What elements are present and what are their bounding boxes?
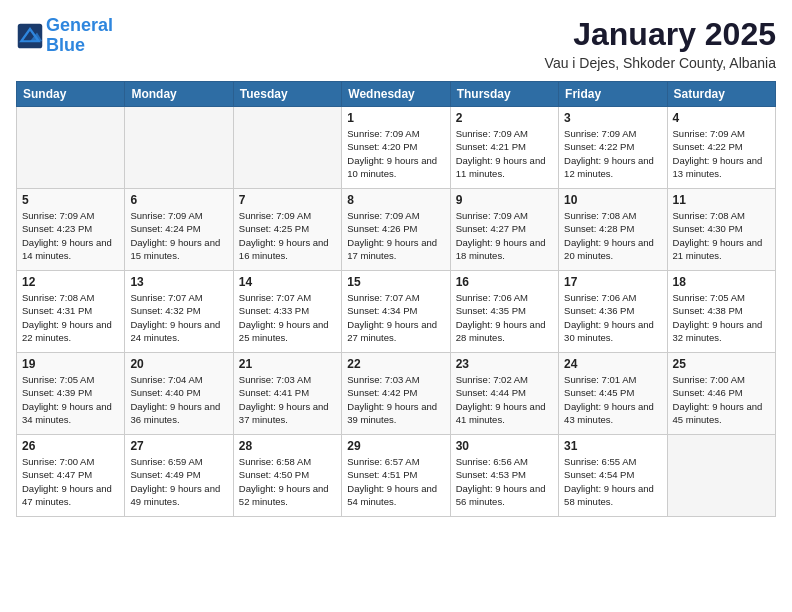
calendar-week-row: 26Sunrise: 7:00 AMSunset: 4:47 PMDayligh… <box>17 435 776 517</box>
calendar-day-cell: 24Sunrise: 7:01 AMSunset: 4:45 PMDayligh… <box>559 353 667 435</box>
calendar-day-cell: 17Sunrise: 7:06 AMSunset: 4:36 PMDayligh… <box>559 271 667 353</box>
day-info: Sunrise: 6:55 AMSunset: 4:54 PMDaylight:… <box>564 455 661 508</box>
logo-line2: Blue <box>46 35 85 55</box>
calendar-day-cell: 20Sunrise: 7:04 AMSunset: 4:40 PMDayligh… <box>125 353 233 435</box>
calendar-table: SundayMondayTuesdayWednesdayThursdayFrid… <box>16 81 776 517</box>
calendar-day-cell: 13Sunrise: 7:07 AMSunset: 4:32 PMDayligh… <box>125 271 233 353</box>
day-number: 7 <box>239 193 336 207</box>
day-number: 9 <box>456 193 553 207</box>
day-info: Sunrise: 7:09 AMSunset: 4:24 PMDaylight:… <box>130 209 227 262</box>
day-info: Sunrise: 7:00 AMSunset: 4:47 PMDaylight:… <box>22 455 119 508</box>
day-info: Sunrise: 7:09 AMSunset: 4:27 PMDaylight:… <box>456 209 553 262</box>
day-number: 25 <box>673 357 770 371</box>
calendar-week-row: 19Sunrise: 7:05 AMSunset: 4:39 PMDayligh… <box>17 353 776 435</box>
calendar-week-row: 5Sunrise: 7:09 AMSunset: 4:23 PMDaylight… <box>17 189 776 271</box>
calendar-day-cell <box>125 107 233 189</box>
weekday-header-wednesday: Wednesday <box>342 82 450 107</box>
calendar-day-cell: 23Sunrise: 7:02 AMSunset: 4:44 PMDayligh… <box>450 353 558 435</box>
day-number: 12 <box>22 275 119 289</box>
calendar-day-cell: 19Sunrise: 7:05 AMSunset: 4:39 PMDayligh… <box>17 353 125 435</box>
day-info: Sunrise: 7:00 AMSunset: 4:46 PMDaylight:… <box>673 373 770 426</box>
calendar-day-cell: 11Sunrise: 7:08 AMSunset: 4:30 PMDayligh… <box>667 189 775 271</box>
calendar-day-cell: 2Sunrise: 7:09 AMSunset: 4:21 PMDaylight… <box>450 107 558 189</box>
day-info: Sunrise: 6:58 AMSunset: 4:50 PMDaylight:… <box>239 455 336 508</box>
day-number: 18 <box>673 275 770 289</box>
calendar-day-cell: 12Sunrise: 7:08 AMSunset: 4:31 PMDayligh… <box>17 271 125 353</box>
title-block: January 2025 Vau i Dejes, Shkoder County… <box>545 16 776 71</box>
day-number: 8 <box>347 193 444 207</box>
weekday-header-thursday: Thursday <box>450 82 558 107</box>
day-info: Sunrise: 7:01 AMSunset: 4:45 PMDaylight:… <box>564 373 661 426</box>
page-header: General Blue January 2025 Vau i Dejes, S… <box>16 16 776 71</box>
calendar-week-row: 1Sunrise: 7:09 AMSunset: 4:20 PMDaylight… <box>17 107 776 189</box>
day-number: 28 <box>239 439 336 453</box>
day-number: 22 <box>347 357 444 371</box>
day-info: Sunrise: 7:07 AMSunset: 4:32 PMDaylight:… <box>130 291 227 344</box>
day-number: 15 <box>347 275 444 289</box>
calendar-day-cell: 31Sunrise: 6:55 AMSunset: 4:54 PMDayligh… <box>559 435 667 517</box>
day-number: 24 <box>564 357 661 371</box>
day-number: 29 <box>347 439 444 453</box>
calendar-day-cell: 6Sunrise: 7:09 AMSunset: 4:24 PMDaylight… <box>125 189 233 271</box>
weekday-header-saturday: Saturday <box>667 82 775 107</box>
day-info: Sunrise: 7:07 AMSunset: 4:34 PMDaylight:… <box>347 291 444 344</box>
day-number: 19 <box>22 357 119 371</box>
logo-text: General Blue <box>46 16 113 56</box>
calendar-day-cell: 28Sunrise: 6:58 AMSunset: 4:50 PMDayligh… <box>233 435 341 517</box>
day-info: Sunrise: 7:09 AMSunset: 4:22 PMDaylight:… <box>673 127 770 180</box>
day-number: 20 <box>130 357 227 371</box>
day-info: Sunrise: 7:05 AMSunset: 4:39 PMDaylight:… <box>22 373 119 426</box>
day-number: 16 <box>456 275 553 289</box>
day-number: 31 <box>564 439 661 453</box>
day-info: Sunrise: 7:04 AMSunset: 4:40 PMDaylight:… <box>130 373 227 426</box>
location-subtitle: Vau i Dejes, Shkoder County, Albania <box>545 55 776 71</box>
day-info: Sunrise: 7:09 AMSunset: 4:23 PMDaylight:… <box>22 209 119 262</box>
day-number: 11 <box>673 193 770 207</box>
day-info: Sunrise: 6:56 AMSunset: 4:53 PMDaylight:… <box>456 455 553 508</box>
day-number: 21 <box>239 357 336 371</box>
day-number: 30 <box>456 439 553 453</box>
weekday-header-tuesday: Tuesday <box>233 82 341 107</box>
calendar-day-cell: 22Sunrise: 7:03 AMSunset: 4:42 PMDayligh… <box>342 353 450 435</box>
day-info: Sunrise: 7:09 AMSunset: 4:26 PMDaylight:… <box>347 209 444 262</box>
day-number: 17 <box>564 275 661 289</box>
day-number: 23 <box>456 357 553 371</box>
calendar-day-cell: 25Sunrise: 7:00 AMSunset: 4:46 PMDayligh… <box>667 353 775 435</box>
calendar-day-cell <box>667 435 775 517</box>
day-number: 1 <box>347 111 444 125</box>
day-info: Sunrise: 7:09 AMSunset: 4:21 PMDaylight:… <box>456 127 553 180</box>
calendar-day-cell: 16Sunrise: 7:06 AMSunset: 4:35 PMDayligh… <box>450 271 558 353</box>
day-info: Sunrise: 7:06 AMSunset: 4:36 PMDaylight:… <box>564 291 661 344</box>
day-number: 27 <box>130 439 227 453</box>
day-number: 14 <box>239 275 336 289</box>
day-info: Sunrise: 7:08 AMSunset: 4:30 PMDaylight:… <box>673 209 770 262</box>
day-info: Sunrise: 7:05 AMSunset: 4:38 PMDaylight:… <box>673 291 770 344</box>
day-number: 26 <box>22 439 119 453</box>
calendar-day-cell: 4Sunrise: 7:09 AMSunset: 4:22 PMDaylight… <box>667 107 775 189</box>
calendar-day-cell: 14Sunrise: 7:07 AMSunset: 4:33 PMDayligh… <box>233 271 341 353</box>
day-number: 5 <box>22 193 119 207</box>
day-number: 13 <box>130 275 227 289</box>
calendar-day-cell <box>17 107 125 189</box>
day-number: 6 <box>130 193 227 207</box>
calendar-day-cell: 29Sunrise: 6:57 AMSunset: 4:51 PMDayligh… <box>342 435 450 517</box>
calendar-day-cell: 8Sunrise: 7:09 AMSunset: 4:26 PMDaylight… <box>342 189 450 271</box>
calendar-day-cell: 7Sunrise: 7:09 AMSunset: 4:25 PMDaylight… <box>233 189 341 271</box>
calendar-day-cell: 9Sunrise: 7:09 AMSunset: 4:27 PMDaylight… <box>450 189 558 271</box>
day-info: Sunrise: 7:09 AMSunset: 4:20 PMDaylight:… <box>347 127 444 180</box>
calendar-day-cell <box>233 107 341 189</box>
calendar-week-row: 12Sunrise: 7:08 AMSunset: 4:31 PMDayligh… <box>17 271 776 353</box>
logo-line1: General <box>46 15 113 35</box>
calendar-day-cell: 26Sunrise: 7:00 AMSunset: 4:47 PMDayligh… <box>17 435 125 517</box>
day-number: 4 <box>673 111 770 125</box>
weekday-header-sunday: Sunday <box>17 82 125 107</box>
day-info: Sunrise: 6:57 AMSunset: 4:51 PMDaylight:… <box>347 455 444 508</box>
day-info: Sunrise: 6:59 AMSunset: 4:49 PMDaylight:… <box>130 455 227 508</box>
weekday-header-monday: Monday <box>125 82 233 107</box>
weekday-header-row: SundayMondayTuesdayWednesdayThursdayFrid… <box>17 82 776 107</box>
day-number: 3 <box>564 111 661 125</box>
day-info: Sunrise: 7:02 AMSunset: 4:44 PMDaylight:… <box>456 373 553 426</box>
day-info: Sunrise: 7:09 AMSunset: 4:25 PMDaylight:… <box>239 209 336 262</box>
day-number: 2 <box>456 111 553 125</box>
calendar-day-cell: 1Sunrise: 7:09 AMSunset: 4:20 PMDaylight… <box>342 107 450 189</box>
